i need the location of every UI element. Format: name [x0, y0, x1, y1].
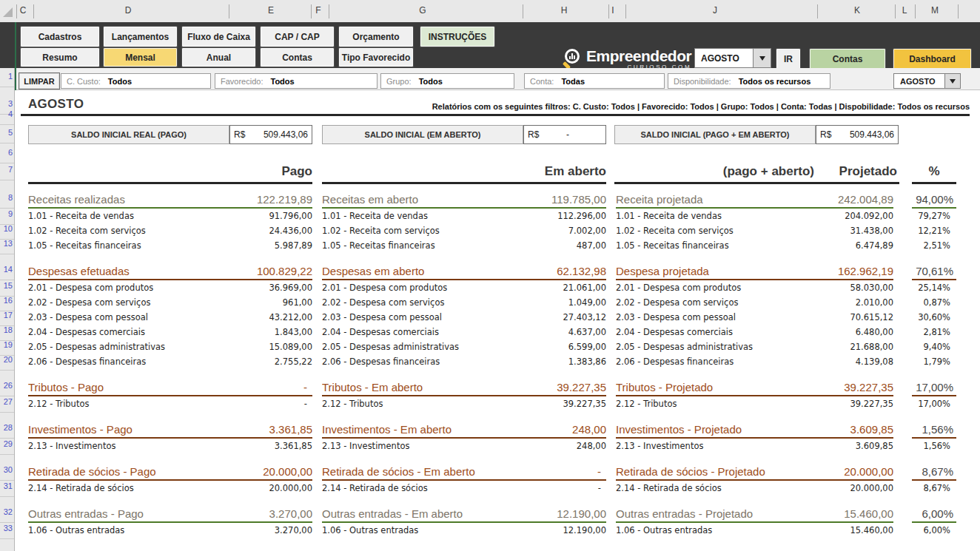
- row-number-5[interactable]: 5: [0, 128, 13, 141]
- item-label: 2.12 - Tributos: [322, 396, 510, 411]
- nav-button-lancamentos[interactable]: Lançamentos: [103, 26, 178, 47]
- filter-box-grupo[interactable]: Grupo:Todos: [380, 73, 514, 89]
- nav-button-mensal[interactable]: Mensal: [103, 47, 178, 67]
- column-letter-h[interactable]: H: [561, 5, 568, 16]
- column-letter-m[interactable]: M: [931, 5, 939, 16]
- nav-button-orcamento[interactable]: Orçamento: [338, 26, 414, 47]
- filter-box-disponibilidade[interactable]: Disponibilidade:Todos os recursos: [668, 73, 830, 89]
- month-select-arrow[interactable]: [753, 49, 771, 67]
- row-number-4[interactable]: 4: [0, 109, 13, 123]
- col-header-percent: %: [912, 163, 956, 180]
- item-label: 2.14 - Retirada de sócios: [616, 481, 797, 496]
- row-number-27[interactable]: 27: [0, 397, 13, 410]
- section-header-label: Tributos - Projetado: [616, 379, 797, 396]
- item-pct: 0,87%: [912, 295, 956, 310]
- row-number-19[interactable]: 19: [0, 340, 13, 354]
- section-header-label: Receitas realizadas: [28, 191, 216, 209]
- row-number-15[interactable]: 15: [0, 281, 13, 294]
- section-header-value: 100.829,22: [216, 263, 312, 280]
- item-label: 2.02 - Despesa com serviços: [28, 295, 216, 310]
- column-letter-c[interactable]: C: [20, 5, 27, 16]
- nav-button-anual[interactable]: Anual: [181, 47, 256, 67]
- item-value: 112.296,00: [510, 209, 606, 223]
- nav-button-resumo[interactable]: Resumo: [20, 47, 100, 67]
- contas-button[interactable]: Contas: [809, 48, 886, 70]
- nav-button-fluxo-de-caixa[interactable]: Fluxo de Caixa: [181, 26, 256, 47]
- column-letter-l[interactable]: L: [902, 5, 907, 16]
- item-label: 2.01 - Despesa com produtos: [322, 280, 510, 295]
- item-label: 2.03 - Despesa com pessoal: [28, 310, 216, 325]
- filter-month-select[interactable]: AGOSTO: [893, 73, 961, 89]
- column-divider: [958, 4, 959, 18]
- nav-button-cadastros[interactable]: Cadastros: [20, 26, 100, 47]
- column-divider: [915, 4, 916, 18]
- column-divider: [33, 4, 34, 18]
- limpar-button[interactable]: LIMPAR: [19, 72, 60, 89]
- column-letter-k[interactable]: K: [854, 5, 860, 16]
- section-header-row: Outras entradas - Projetado15.460,006,00…: [616, 505, 956, 523]
- report-section: Receita projetada242.004,8994,00%1.01 - …: [616, 191, 956, 253]
- column-letter-e[interactable]: E: [268, 5, 274, 16]
- row-number-32[interactable]: 32: [0, 507, 13, 521]
- filter-box-c-custo[interactable]: C. Custo:Todos: [61, 73, 211, 89]
- row-number-28[interactable]: 28: [0, 423, 13, 436]
- logo-text: Empreendedor: [586, 48, 691, 64]
- item-label: 2.04 - Despesas comerciais: [616, 325, 797, 339]
- column-divider: [229, 4, 229, 18]
- row-number-1[interactable]: 1: [0, 72, 13, 85]
- item-value: 6.474,89: [797, 238, 893, 253]
- saldo-amount: -: [539, 129, 602, 140]
- column-letter-f[interactable]: F: [315, 5, 320, 16]
- saldo-value-saldo-inicial-pago-mais-aberto: R$509.443,06: [816, 125, 899, 144]
- row-number-17[interactable]: 17: [0, 311, 13, 324]
- row-number-10[interactable]: 10: [0, 224, 13, 237]
- section-header-row: Outras entradas - Em aberto12.190,00: [322, 505, 606, 523]
- title-rule: [21, 114, 970, 116]
- item-value: 21.688,00: [797, 339, 893, 354]
- row-number-33[interactable]: 33: [0, 524, 13, 537]
- row-number-6[interactable]: 6: [0, 148, 13, 161]
- row-number-29[interactable]: 29: [0, 439, 13, 453]
- nav-button-contas[interactable]: Contas: [260, 47, 335, 67]
- ir-button[interactable]: IR: [776, 48, 801, 70]
- row-number-14[interactable]: 14: [0, 265, 13, 278]
- row-number-8[interactable]: 8: [0, 193, 13, 206]
- nav-button-instrucoes[interactable]: INSTRUÇÕES: [420, 26, 495, 47]
- table-row: 1.06 - Outras entradas3.270,00: [28, 523, 312, 538]
- section-header-label: Outras entradas - Em aberto: [322, 505, 510, 523]
- month-select[interactable]: AGOSTO: [694, 48, 771, 68]
- item-label: 2.06 - Despesas financeiras: [28, 354, 216, 369]
- row-number-13[interactable]: 13: [0, 239, 13, 252]
- column-projetado: Receita projetada242.004,8994,00%1.01 - …: [616, 191, 956, 547]
- column-letter-g[interactable]: G: [419, 5, 426, 16]
- section-header-pct: 70,61%: [912, 263, 956, 280]
- select-all-corner[interactable]: [3, 7, 13, 17]
- item-value: 58.030,00: [797, 280, 893, 295]
- row-number-16[interactable]: 16: [0, 296, 13, 309]
- item-pct-cell: 9,40%: [893, 339, 956, 354]
- section-header-value: 3.609,85: [797, 421, 893, 439]
- filter-box-conta[interactable]: Conta:Todas: [524, 73, 665, 89]
- row-number-31[interactable]: 31: [0, 481, 13, 495]
- row-number-9[interactable]: 9: [0, 209, 13, 223]
- filter-box-favorecido[interactable]: Favorecido:Todos: [215, 73, 377, 89]
- filter-month-arrow[interactable]: [944, 74, 960, 88]
- dashboard-button[interactable]: Dashboard: [893, 48, 972, 70]
- row-number-7[interactable]: 7: [0, 165, 13, 178]
- column-letter-j[interactable]: J: [713, 5, 717, 16]
- item-label: 1.01 - Receita de vendas: [28, 209, 216, 223]
- row-number-20[interactable]: 20: [0, 355, 13, 368]
- row-number-18[interactable]: 18: [0, 325, 13, 339]
- column-letter-d[interactable]: D: [125, 5, 132, 16]
- item-value: 2.755,22: [216, 354, 312, 369]
- section-header-label: Outras entradas - Projetado: [616, 505, 797, 523]
- page-title: AGOSTO: [28, 97, 84, 112]
- row-number-26[interactable]: 26: [0, 381, 13, 394]
- table-row: 1.02 - Receita com serviços7.002,00: [322, 223, 606, 238]
- row-number-30[interactable]: 30: [0, 465, 13, 479]
- freeze-pane-line: [15, 22, 16, 90]
- nav-button-tipo-favorecido[interactable]: Tipo Favorecido: [338, 47, 414, 67]
- column-letter-i[interactable]: I: [611, 5, 614, 16]
- table-row: 1.05 - Receitas financeiras5.987,89: [28, 238, 312, 253]
- nav-button-cap-cap[interactable]: CAP / CAP: [260, 26, 335, 47]
